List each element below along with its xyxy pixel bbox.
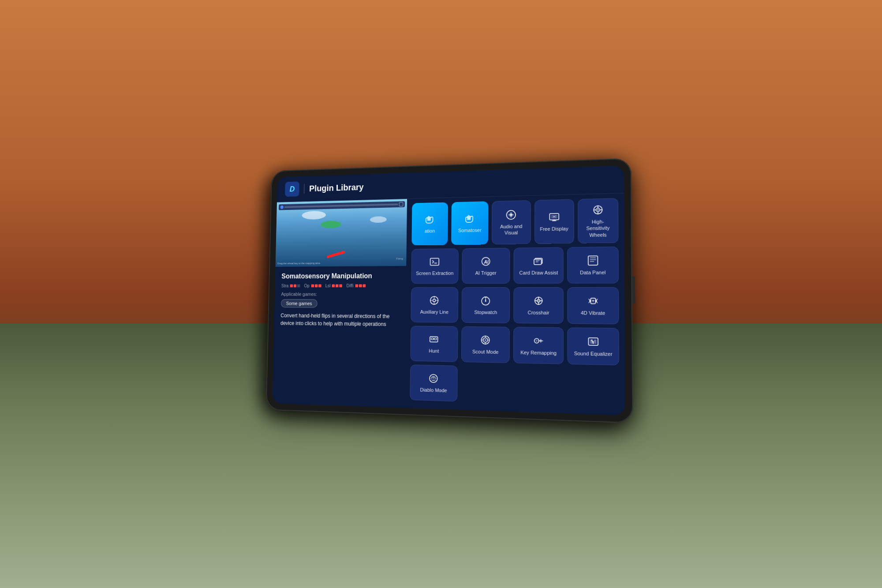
stat-op: Op <box>304 283 321 288</box>
screen-icon <box>429 255 441 268</box>
plugin-card-crosshair[interactable]: Crosshair <box>514 287 564 323</box>
svg-point-31 <box>591 339 592 341</box>
plugin-card-somatosensory1[interactable]: ation <box>411 202 448 245</box>
stopwatch-icon <box>479 294 492 307</box>
crosshair-icon <box>532 294 545 307</box>
plugin-card-audio-visual[interactable]: Audio and Visual <box>492 200 531 244</box>
plugin-card-data-panel[interactable]: Data Panel <box>567 246 619 283</box>
plugin-card-ai-trigger[interactable]: AI AI Trigger <box>462 247 510 283</box>
plugin-label-hunt: Hunt <box>429 348 439 354</box>
display-icon <box>548 210 561 223</box>
plugin-card-diablo-mode[interactable]: Diablo Mode <box>410 364 457 401</box>
scene: D Plugin Library <box>0 0 882 588</box>
svg-rect-7 <box>430 258 439 265</box>
plugin-preview: Drag the virtual key to the mapping area… <box>276 199 407 267</box>
aux-icon <box>428 294 441 307</box>
plugin-label-data-panel: Data Panel <box>580 269 605 276</box>
svg-point-14 <box>433 299 436 302</box>
plugin-description: Convert hand-held flips in several direc… <box>280 311 399 328</box>
plugin-info: Somatosensory Manipulation Stra <box>272 266 406 408</box>
plugin-row-3: Auxiliary Line Stopwatch <box>411 287 619 324</box>
tablet: D Plugin Library <box>266 158 633 423</box>
plugin-label-somatosensory1: ation <box>425 228 435 234</box>
plugin-label-somatosensory2: Somatoser <box>458 227 482 233</box>
logo-text: D <box>289 184 295 193</box>
power-button[interactable] <box>632 276 635 303</box>
plugin-label-card-draw: Card Draw Assist <box>519 270 558 276</box>
plugin-label-auxiliary-line: Auxiliary Line <box>420 309 448 315</box>
hand2-icon <box>463 213 476 225</box>
plugin-label-sound-equalizer: Sound Equalizer <box>574 350 613 357</box>
plugin-card-free-display[interactable]: Free Display <box>534 199 574 243</box>
plugin-card-high-sensitivity[interactable]: High-Sensitivity Wheels <box>578 198 619 243</box>
applicable-label: Applicable games: <box>281 291 399 296</box>
card-icon <box>532 255 545 267</box>
plugin-label-diablo-mode: Diablo Mode <box>420 386 447 393</box>
plugin-label-crosshair: Crosshair <box>527 309 549 316</box>
audio-icon <box>505 208 518 221</box>
plugin-card-card-draw[interactable]: Card Draw Assist <box>514 247 564 284</box>
plugin-label-free-display: Free Display <box>540 225 568 232</box>
tablet-outer: D Plugin Library <box>266 158 633 423</box>
plugin-card-key-remapping[interactable]: Key Remapping <box>513 326 564 364</box>
diablo-icon <box>427 372 440 385</box>
ai-icon: AI <box>480 255 492 267</box>
svg-point-6 <box>597 209 598 210</box>
svg-point-26 <box>485 339 486 341</box>
preview-inner: Drag the virtual key to the mapping area… <box>276 199 407 267</box>
plugin-card-hunt[interactable]: Hunt <box>410 326 458 362</box>
tablet-screen: D Plugin Library <box>272 165 625 415</box>
plugin-title: Somatosensory Manipulation <box>281 272 399 280</box>
svg-point-30 <box>592 341 593 342</box>
plugin-row-1: ation Somatoser <box>411 198 618 245</box>
plugin-row-5: Diablo Mode <box>410 364 619 407</box>
plugin-card-4d-vibrate[interactable]: 4D Vibrate <box>567 287 619 324</box>
plugin-row-2: Screen Extraction AI AI Trigger <box>411 246 619 283</box>
stat-stra: Stra <box>281 283 300 288</box>
equalizer-icon <box>587 335 600 348</box>
plugin-card-screen-extraction[interactable]: Screen Extraction <box>411 248 458 284</box>
svg-rect-23 <box>434 338 437 340</box>
plugin-card-somatosensory2[interactable]: Somatoser <box>451 201 488 245</box>
main-content: Drag the virtual key to the mapping area… <box>272 193 625 415</box>
plugin-label-key-remapping: Key Remapping <box>520 349 557 356</box>
vibrate-icon <box>586 294 599 307</box>
svg-point-19 <box>538 300 539 301</box>
key-icon <box>532 334 545 347</box>
svg-point-28 <box>536 340 538 341</box>
plugin-card-stopwatch[interactable]: Stopwatch <box>461 287 510 323</box>
plugin-card-sound-equalizer[interactable]: Sound Equalizer <box>568 327 619 365</box>
games-badge[interactable]: Some games <box>281 299 318 308</box>
plugin-card-scout-mode[interactable]: Scout Mode <box>461 326 510 363</box>
plugin-grid: ation Somatoser <box>404 193 625 415</box>
hand-icon <box>424 213 436 226</box>
svg-rect-22 <box>431 338 434 340</box>
plugin-row-4: Hunt Scout Mode <box>410 326 619 365</box>
stat-lsl: Lsl <box>325 283 342 288</box>
svg-rect-12 <box>588 256 597 265</box>
plugin-label-scout-mode: Scout Mode <box>472 348 499 356</box>
page-title: Plugin Library <box>309 182 364 193</box>
plugin-label-audio-visual: Audio and Visual <box>496 223 527 236</box>
plugin-card-auxiliary-line[interactable]: Auxiliary Line <box>411 287 458 322</box>
plugin-label-high-sensitivity: High-Sensitivity Wheels <box>582 218 614 238</box>
svg-text:AI: AI <box>484 259 489 264</box>
plugin-label-ai-trigger: AI Trigger <box>475 270 497 276</box>
data-icon <box>586 254 599 267</box>
header-divider <box>304 184 304 194</box>
plugin-label-4d-vibrate: 4D Vibrate <box>581 310 605 316</box>
plugin-label-screen-extraction: Screen Extraction <box>416 270 453 277</box>
wheel-icon <box>591 203 605 216</box>
stat-diffi: Diffi <box>346 283 365 288</box>
plugin-label-stopwatch: Stopwatch <box>474 309 497 315</box>
scout-icon <box>479 333 492 346</box>
app-logo: D <box>285 181 299 197</box>
hunt-icon <box>428 333 440 346</box>
left-panel: Drag the virtual key to the mapping area… <box>272 199 407 408</box>
stats-row: Stra Op <box>281 283 400 288</box>
